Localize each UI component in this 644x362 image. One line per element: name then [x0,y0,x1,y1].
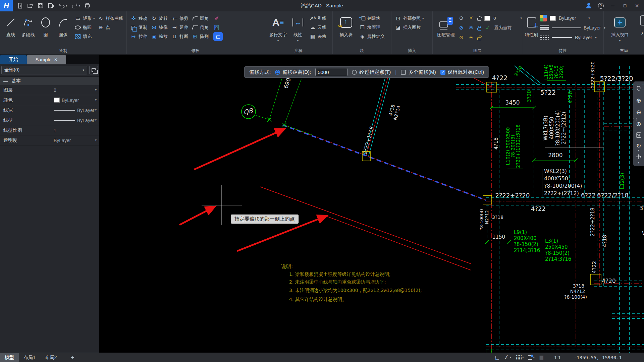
row-dropdown-icon[interactable]: ▾ [95,109,97,112]
lineweight-dropdown[interactable]: ByLayer ▾ [540,23,605,32]
circle-button[interactable]: 圆 [37,14,54,38]
hatch-button[interactable]: 填充 [74,33,95,40]
block-manager-button[interactable]: ❐块管理 [359,24,385,31]
layer-visibility-icon[interactable]: ⊙ [458,15,465,21]
add-layout-button[interactable]: + [71,354,74,361]
linetype-dropdown[interactable]: ByLayer ▾ [540,33,605,42]
linear-dim-button[interactable]: ↔ 线性 ▾ [289,14,307,42]
offset-distance-radio[interactable]: 偏移距离(D): [275,69,311,75]
chamfer-button[interactable]: 倒角 [192,24,209,31]
app-logo[interactable]: H [0,0,13,11]
help-button[interactable]: ? [595,1,606,10]
layer-unlock-state-icon[interactable] [477,18,481,21]
row-dropdown-icon[interactable]: ▾ [95,99,97,102]
tab-sample[interactable]: Sample ✕ [27,55,66,64]
offset-rect-button[interactable]: 回 [213,24,223,31]
attribute-define-button[interactable]: ◈属性定义 [359,33,385,40]
section-basic[interactable]: — 基本 [0,76,99,85]
rotate-button[interactable]: ↻旋转 [151,15,168,22]
redo-dropdown-icon[interactable]: ▾ [79,4,80,7]
match-properties-button[interactable]: 特性刷 [525,14,538,38]
layer-manager-button[interactable]: 图层管理 [435,14,457,38]
polyline-button[interactable]: 多段线 [19,14,37,38]
selection-filter-dropdown[interactable]: 全部(0) ▾ [1,66,87,74]
property-value[interactable]: ByLayer▾ [51,95,99,105]
layer-thaw-icon[interactable]: ☀ [468,35,474,41]
xref-button[interactable]: ⊡外部参照▾ [395,15,424,22]
viewport-dropdown-icon[interactable]: ▾ [619,39,621,42]
property-value[interactable]: ByLayer▾ [51,135,99,145]
xref-dropdown-icon[interactable]: ▾ [422,17,424,20]
leader-button[interactable]: ↗ᴬ引线 [309,15,326,22]
zoom-extents-button[interactable] [633,130,644,141]
rectangle-dropdown-icon[interactable]: ▾ [93,17,95,20]
snap-grid-toggle[interactable]: ⣿⣿▾ [516,355,524,361]
fillet-button[interactable]: 圆角 [192,15,209,22]
rectangle-button[interactable]: ▭矩形▾ [74,15,95,22]
create-block-button[interactable]: +❏创建块 [359,15,385,22]
pan-axes-button[interactable]: ▾ [633,153,644,165]
undo-dropdown-icon[interactable]: ▾ [66,4,67,7]
set-current-check-icon[interactable]: ✓ [484,25,491,31]
row-dropdown-icon[interactable]: ▾ [95,119,97,122]
open-file-button[interactable] [25,1,35,10]
stretch-button[interactable]: ↦拉伸 [130,33,147,40]
arc-button[interactable]: 圆弧 [54,14,72,38]
axes-dropdown-icon[interactable]: ▾ [638,161,640,164]
scale-button[interactable]: ▣缩放 [151,33,168,40]
mirror-button[interactable]: ⋈镜像 [151,24,168,31]
offset-button-active[interactable]: ⊏ [213,33,223,40]
ortho-toggle[interactable] [494,355,500,360]
orbit-button[interactable]: ↻▾ [633,141,644,153]
lineweight-display-toggle[interactable]: ≣ [539,354,544,361]
drawing-canvas[interactable]: QB6902?22+1?184?18N2?144?225?22/3?205?22… [99,55,644,353]
zoom-out-button[interactable]: ⊖ [633,106,644,118]
break-button[interactable]: ⊔打断 [171,33,188,40]
save-as-button[interactable] [46,1,56,10]
line-button[interactable]: 直线 [2,14,19,38]
save-button[interactable] [36,1,45,10]
maximize-button[interactable]: □ [619,1,631,10]
polar-tracking-toggle[interactable]: ∠▾ [504,354,511,361]
close-button[interactable]: ✕ [631,1,643,10]
move-button[interactable]: ✜移动 [130,15,147,22]
row-dropdown-icon[interactable]: ▾ [95,139,97,142]
panel-list-button[interactable] [89,66,98,74]
layers-on-icon[interactable]: ⊙ [458,35,465,41]
layer-freeze-icon[interactable]: ❄ [468,25,474,31]
through-point-radio[interactable]: 经过指定点(T) [352,69,391,75]
spline-button[interactable]: ∿样条曲线 [98,15,123,22]
linear-dim-dropdown-icon[interactable]: ▾ [297,39,299,42]
insert-block-button[interactable]: ↑∞ 插入块 [336,14,356,38]
layout1-tab[interactable]: 布局1 [19,353,40,362]
layer-sun-icon[interactable]: ☀ [468,15,474,21]
grid-dropdown-icon[interactable]: ▾ [522,356,524,359]
annotation-scale[interactable]: 1:1 [554,355,560,360]
undo-button[interactable]: ▾ [57,1,69,10]
orbit-dropdown-icon[interactable]: ▾ [638,149,640,152]
layout2-tab[interactable]: 布局2 [40,353,62,362]
tab-close-icon[interactable]: ✕ [54,57,57,62]
property-value[interactable]: ByLayer▾ [51,105,99,115]
account-button[interactable] [583,1,594,10]
property-value[interactable]: ByLayer▾ [51,115,99,125]
layer-off-icon[interactable]: ⊘ [458,25,465,31]
object-color-dropdown[interactable]: ByLayer ▾ [540,14,605,22]
print-button[interactable] [83,1,92,10]
layer-unlock-icon[interactable] [477,37,481,40]
model-tab[interactable]: 模型 [0,353,19,362]
point-button[interactable]: ⊕点 [98,24,123,31]
keep-source-checkbox[interactable]: ✓ 保留源对象(Ctrl) [440,69,484,75]
osnap-dropdown-icon[interactable]: ▾ [533,356,535,359]
zoom-in-button[interactable]: ⊕ [633,95,644,106]
layer-dropdown-icon[interactable]: ▾ [520,17,522,20]
table-button[interactable]: ▦表格 [309,33,326,40]
revcloud-button[interactable]: ☁云线 [309,24,326,31]
pan-button[interactable] [633,83,644,95]
clipped-ribbon-button[interactable] [640,15,644,25]
polar-dropdown-icon[interactable]: ▾ [509,356,511,359]
offset-distance-input[interactable] [315,68,347,76]
minimize-button[interactable]: ─ [607,1,619,10]
property-value[interactable]: 0▾ [51,85,99,95]
copy-button[interactable]: 复制 [130,24,147,31]
